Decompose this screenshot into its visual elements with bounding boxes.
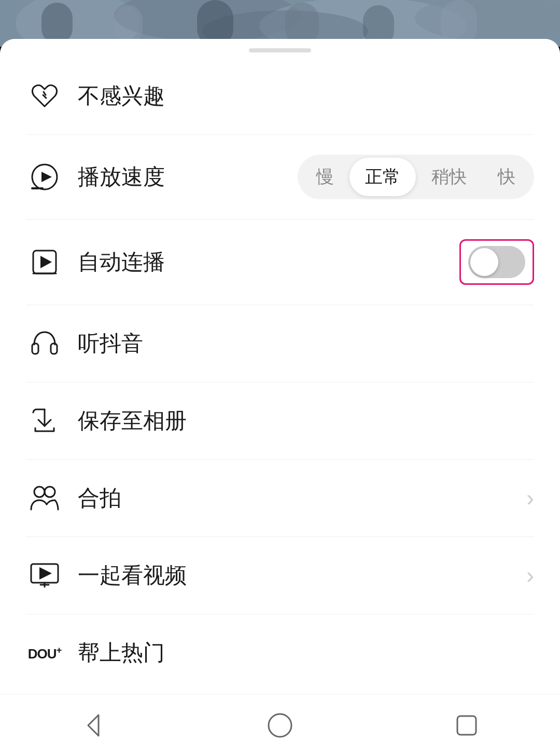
menu-item-listen-douyin[interactable]: 听抖音: [26, 305, 534, 382]
recents-button[interactable]: [446, 705, 487, 746]
menu-item-save-album[interactable]: 保存至相册: [26, 382, 534, 460]
autoplay-toggle[interactable]: [468, 246, 525, 278]
svg-rect-21: [32, 343, 38, 354]
menu-item-collab[interactable]: 合拍 ›: [26, 460, 534, 537]
boost-label: 帮上热门: [78, 638, 534, 667]
speed-slightly-fast-button[interactable]: 稍快: [416, 158, 482, 196]
heart-broken-icon: [26, 77, 63, 115]
svg-point-24: [45, 487, 55, 497]
collab-label: 合拍: [78, 484, 521, 513]
svg-rect-6: [41, 3, 73, 44]
drag-handle[interactable]: [249, 48, 311, 52]
watch-together-icon: [26, 557, 63, 594]
autoplay-icon: [26, 243, 63, 281]
menu-item-not-interested[interactable]: 不感兴趣: [26, 58, 534, 135]
autoplay-toggle-highlight: [459, 239, 534, 285]
sheet-content: 不感兴趣 播放速度 慢 正常 稍快 快: [0, 58, 560, 712]
collab-icon: [26, 479, 63, 517]
speed-normal-button[interactable]: 正常: [349, 158, 416, 196]
svg-marker-29: [88, 715, 99, 736]
watch-together-label: 一起看视频: [78, 561, 521, 590]
svg-rect-22: [51, 343, 57, 354]
svg-marker-15: [41, 172, 52, 182]
dou-icon: DOU+: [26, 634, 63, 671]
menu-list: 不感兴趣 播放速度 慢 正常 稍快 快: [0, 58, 560, 691]
menu-item-autoplay[interactable]: 自动连播: [26, 219, 534, 305]
home-button[interactable]: [259, 705, 301, 746]
playback-speed-icon: [26, 158, 63, 196]
autoplay-label: 自动连播: [78, 248, 459, 277]
svg-point-23: [34, 487, 45, 497]
svg-point-30: [269, 714, 291, 737]
not-interested-label: 不感兴趣: [78, 81, 534, 111]
toggle-knob: [470, 248, 498, 276]
speed-fast-button[interactable]: 快: [482, 158, 531, 196]
svg-marker-19: [40, 256, 52, 268]
menu-item-boost[interactable]: DOU+ 帮上热门: [26, 614, 534, 691]
back-button[interactable]: [73, 705, 114, 746]
listen-douyin-label: 听抖音: [78, 329, 534, 358]
svg-rect-7: [114, 5, 143, 44]
collab-chevron-icon: ›: [526, 485, 534, 511]
headphone-icon: [26, 325, 63, 362]
watch-together-chevron-icon: ›: [526, 562, 534, 588]
bottom-sheet: 不感兴趣 播放速度 慢 正常 稍快 快: [0, 39, 560, 756]
download-icon: [26, 402, 63, 439]
playback-speed-label: 播放速度: [78, 162, 298, 191]
menu-item-watch-together[interactable]: 一起看视频 ›: [26, 537, 534, 614]
svg-rect-31: [457, 716, 476, 735]
svg-line-12: [44, 92, 46, 95]
save-album-label: 保存至相册: [78, 406, 534, 435]
speed-controls: 慢 正常 稍快 快: [298, 155, 534, 199]
speed-slow-button[interactable]: 慢: [301, 158, 349, 196]
menu-item-playback-speed: 播放速度 慢 正常 稍快 快: [26, 135, 534, 219]
bottom-nav-bar: [0, 694, 560, 756]
svg-marker-26: [39, 567, 52, 580]
